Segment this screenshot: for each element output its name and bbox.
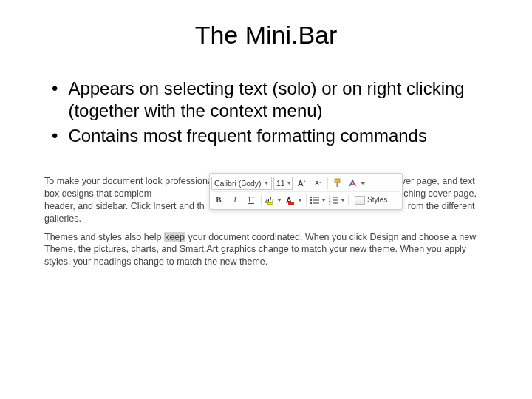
bullet-list-icon (310, 196, 320, 205)
bullet-marker: • (52, 125, 58, 147)
bold-button[interactable]: B (211, 194, 226, 207)
slide: The Mini.Bar • Appears on selecting text… (0, 0, 532, 399)
mini-toolbar-row-2: B I U ab A (211, 191, 400, 208)
chevron-down-icon (361, 182, 365, 185)
font-color-button[interactable]: A (284, 194, 304, 207)
styles-label: Styles (367, 195, 387, 205)
chevron-down-icon (321, 199, 326, 202)
mini-toolbar-row-1: Calibri (Body) ▼ 11 ▼ Aˆ Aˇ (211, 175, 400, 191)
italic-button[interactable]: I (228, 194, 242, 207)
font-size-value: 11 (276, 178, 285, 188)
svg-point-3 (310, 196, 312, 197)
numbered-list-button[interactable]: 1 2 3 (328, 194, 346, 207)
chevron-down-icon: ˇ (319, 180, 321, 186)
chevron-down-icon: ▼ (287, 180, 292, 186)
bullet-list-button[interactable] (309, 194, 327, 207)
font-size-dropdown[interactable]: 11 ▼ (273, 177, 293, 190)
bullet-item: • Appears on selecting text (solo) or on… (52, 78, 488, 122)
bullet-text: Contains most frequent formatting comman… (68, 125, 427, 147)
separator (327, 177, 328, 189)
styles-button[interactable]: Styles (351, 194, 391, 207)
svg-point-5 (310, 199, 312, 200)
separator (306, 194, 307, 206)
format-painter-button[interactable] (330, 177, 345, 190)
paintbrush-icon (332, 178, 343, 188)
font-color-accent-button[interactable] (347, 177, 366, 190)
highlight-button[interactable]: ab (264, 194, 283, 207)
chevron-up-icon: ˆ (304, 180, 305, 186)
chevron-down-icon: ▼ (264, 180, 269, 186)
styles-icon (355, 196, 365, 205)
highlighter-icon: ab (265, 195, 276, 205)
font-family-dropdown[interactable]: Calibri (Body) ▼ (211, 177, 272, 190)
bullet-text: Appears on selecting text (solo) or on r… (68, 78, 488, 122)
chevron-down-icon (298, 199, 302, 202)
word-screenshot: Calibri (Body) ▼ 11 ▼ Aˆ Aˇ (44, 175, 488, 268)
numbered-list-icon: 1 2 3 (329, 196, 339, 205)
font-color-icon: A (286, 195, 296, 205)
bullet-marker: • (52, 78, 58, 122)
svg-text:3: 3 (329, 202, 331, 205)
font-family-value: Calibri (Body) (214, 178, 262, 188)
font-color-accent-icon (347, 178, 359, 188)
chevron-down-icon (277, 199, 282, 202)
shrink-font-button[interactable]: Aˇ (310, 177, 325, 190)
mini-toolbar: Calibri (Body) ▼ 11 ▼ Aˆ Aˇ (209, 173, 403, 210)
selected-text[interactable]: keep (164, 232, 185, 242)
chevron-down-icon (341, 199, 345, 202)
bullet-item: • Contains most frequent formatting comm… (52, 125, 488, 147)
slide-title: The Mini.Bar (44, 21, 488, 50)
svg-rect-1 (337, 183, 338, 187)
svg-point-7 (310, 202, 312, 203)
doc-text: Themes and styles also help (44, 232, 164, 242)
bullet-list: • Appears on selecting text (solo) or on… (44, 78, 488, 147)
doc-paragraph: Themes and styles also help keep your do… (44, 231, 488, 269)
separator (261, 194, 262, 206)
underline-button[interactable]: U (244, 194, 259, 207)
grow-font-button[interactable]: Aˆ (294, 177, 309, 190)
svg-rect-0 (335, 179, 340, 183)
separator (348, 194, 349, 206)
